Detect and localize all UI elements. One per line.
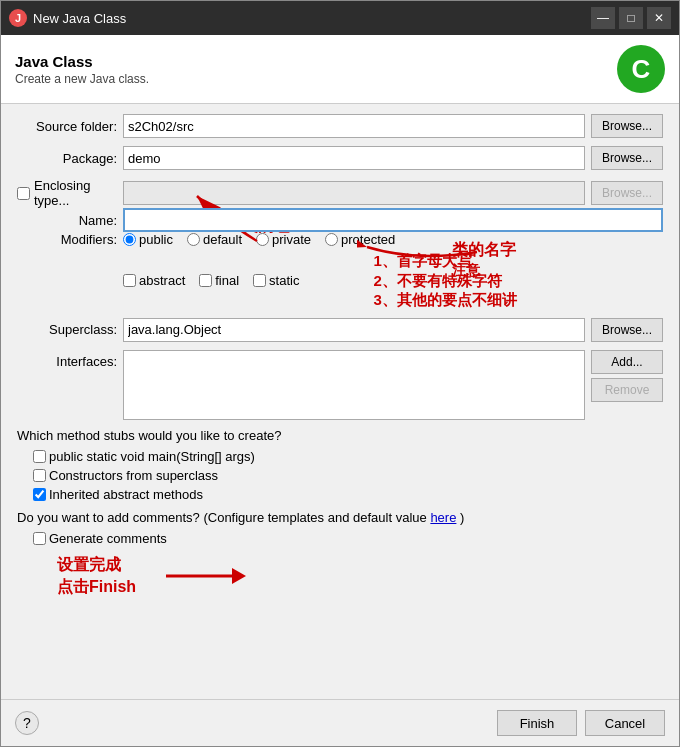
stub-inherited[interactable]: Inherited abstract methods [33,487,663,502]
package-row: Package: Browse... [17,146,663,170]
dialog-subtitle: Create a new Java class. [15,72,149,86]
interfaces-label: Interfaces: [17,350,117,369]
modifier-protected[interactable]: protected [325,232,395,247]
superclass-browse-button[interactable]: Browse... [591,318,663,342]
window-title: New Java Class [33,11,585,26]
help-button[interactable]: ? [15,711,39,735]
dialog-window: J New Java Class — □ ✕ Java Class Create… [0,0,680,747]
finish-button[interactable]: Finish [497,710,577,736]
enclosing-type-row: Enclosing type... Browse... [17,178,663,208]
minimize-button[interactable]: — [591,7,615,29]
modifier-checkboxes: abstract final static 1、首字母大写 2、不要有特殊字符 … [123,251,663,310]
comments-section: Do you want to add comments? (Configure … [17,510,663,546]
source-folder-input[interactable] [123,114,585,138]
package-input[interactable] [123,146,585,170]
method-stubs-list: public static void main(String[] args) C… [33,449,663,502]
interfaces-textarea[interactable] [123,350,585,420]
modifier-final[interactable]: final [199,273,239,288]
enclosing-browse-button[interactable]: Browse... [591,181,663,205]
window-controls: — □ ✕ [591,7,671,29]
finish-annotation: 设置完成点击Finish [17,554,663,599]
modifier-static[interactable]: static [253,273,299,288]
dialog-header: Java Class Create a new Java class. C [1,35,679,104]
source-folder-row: Source folder: Browse... [17,114,663,138]
footer-buttons: Finish Cancel [497,710,665,736]
generate-comments-checkbox[interactable] [33,532,46,545]
close-button[interactable]: ✕ [647,7,671,29]
modifier-protected-radio[interactable] [325,233,338,246]
dialog-body: Source folder: Browse... Package: Browse… [1,104,679,699]
stub-main-checkbox[interactable] [33,450,46,463]
modifier-public-radio[interactable] [123,233,136,246]
stub-constructors[interactable]: Constructors from superclass [33,468,663,483]
final-checkbox[interactable] [199,274,212,287]
header-left: Java Class Create a new Java class. [15,53,149,86]
modifier-public[interactable]: public [123,232,173,247]
title-bar: J New Java Class — □ ✕ [1,1,679,35]
superclass-input[interactable] [123,318,585,342]
enclosing-type-checkbox[interactable] [17,187,30,200]
header-icon: C [617,45,665,93]
enclosing-checkbox-container: Enclosing type... [17,178,117,208]
name-input[interactable] [123,208,663,232]
stub-inherited-checkbox[interactable] [33,488,46,501]
interfaces-add-button[interactable]: Add... [591,350,663,374]
modifiers-row: Modifiers: public default private protec… [17,232,663,247]
method-stubs-question: Which method stubs would you like to cre… [17,428,663,443]
interfaces-buttons: Add... Remove [591,350,663,402]
generate-comments-label[interactable]: Generate comments [33,531,663,546]
interfaces-remove-button[interactable]: Remove [591,378,663,402]
app-icon: J [9,9,27,27]
source-folder-label: Source folder: [17,119,117,134]
finish-arrow-container [166,568,246,584]
modifiers-label: Modifiers: [17,232,117,247]
finish-hint-text: 设置完成点击Finish [57,554,136,599]
comments-link[interactable]: here [430,510,456,525]
generate-comments-row: Generate comments [33,531,663,546]
annotation-name-text: 类的名字 注意 [452,240,516,280]
method-stubs-section: Which method stubs would you like to cre… [17,428,663,502]
name-label: Name: [17,213,117,228]
enclosing-type-input[interactable] [123,181,585,205]
dialog-title: Java Class [15,53,149,70]
superclass-label: Superclass: [17,322,117,337]
cancel-button[interactable]: Cancel [585,710,665,736]
modifier-default-radio[interactable] [187,233,200,246]
static-checkbox[interactable] [253,274,266,287]
stub-constructors-checkbox[interactable] [33,469,46,482]
source-folder-browse-button[interactable]: Browse... [591,114,663,138]
stub-main[interactable]: public static void main(String[] args) [33,449,663,464]
comments-question: Do you want to add comments? (Configure … [17,510,663,525]
name-row: Name: [17,208,663,232]
dialog-footer: ? Finish Cancel [1,699,679,746]
maximize-button[interactable]: □ [619,7,643,29]
interfaces-row: Interfaces: Add... Remove [17,350,663,420]
modifier-default[interactable]: default [187,232,242,247]
finish-arrow-icon [166,568,246,584]
modifier-abstract[interactable]: abstract [123,273,185,288]
package-browse-button[interactable]: Browse... [591,146,663,170]
superclass-row: Superclass: Browse... [17,318,663,342]
enclosing-type-label: Enclosing type... [34,178,117,208]
abstract-checkbox[interactable] [123,274,136,287]
package-label: Package: [17,151,117,166]
